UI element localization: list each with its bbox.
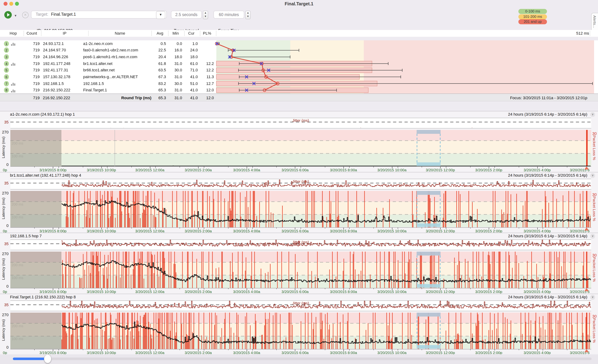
axis-tick xyxy=(373,349,374,350)
latency-plot[interactable]: 200 ms100 ms xyxy=(10,313,591,349)
axis-label: 3/20/2015 2:00a xyxy=(177,168,220,172)
focus-selection-top-handle[interactable] xyxy=(416,252,441,256)
target-dropdown-button[interactable]: ▼ xyxy=(156,11,165,19)
latency-plot[interactable]: 200 ms100 ms xyxy=(10,252,591,288)
focus-selection-top-handle[interactable] xyxy=(416,313,441,316)
focus-selection-right-edge[interactable] xyxy=(440,195,441,223)
trace-interval-stepper[interactable]: ▲▼ xyxy=(203,11,208,19)
latency-axis-label: Latency (ms) xyxy=(1,133,5,162)
focus-selection-bottom-handle[interactable] xyxy=(416,162,441,166)
axis-label-partial-left: 0p xyxy=(3,229,7,233)
jitter-strip[interactable]: Jitter (ms) xyxy=(10,300,591,311)
axis-tick xyxy=(180,288,180,289)
packet-loss-event xyxy=(586,130,588,166)
timeline-section-hop4: br1.tco1.alter.net (192.41.177.248) hop … xyxy=(0,172,598,233)
column-header-count[interactable]: Count xyxy=(17,31,46,35)
axis-label: 3/20/2015 8:00a xyxy=(322,168,365,172)
axis-label: 3/20/2015 4:00p xyxy=(516,229,558,233)
jitter-title: Jitter (ms) xyxy=(10,240,591,244)
axis-tick xyxy=(228,167,228,167)
axis-label: 3/20/2015 10:00a xyxy=(370,229,413,233)
axis-tick xyxy=(325,349,325,350)
focus-selection-left-edge[interactable] xyxy=(416,134,417,162)
timeline-range-label: 24 hours (3/19/2015 6:14p - 3/20/2015 6:… xyxy=(508,295,587,299)
axis-label: 3/20/2015 2:00a xyxy=(177,350,220,355)
target-input-value[interactable]: Final.Target.1 xyxy=(51,12,76,17)
timeline-options-chevron-icon[interactable]: ∨ xyxy=(590,234,595,239)
legend-pill-1[interactable]: 101-200 ms xyxy=(518,14,547,19)
axis-label: 3/20/2015 4:00a xyxy=(225,290,268,294)
latency-plot[interactable]: 200 ms100 ms xyxy=(10,130,591,166)
timeline-range-label: 24 hours (3/19/2015 6:14p - 3/20/2015 6:… xyxy=(508,112,587,116)
axis-tick xyxy=(228,228,228,228)
packet-loss-axis-label: Packet Loss % xyxy=(592,315,597,346)
axis-tick xyxy=(373,288,374,289)
axis-tick xyxy=(519,288,519,289)
focus-selection-bottom-handle[interactable] xyxy=(416,345,441,348)
axis-tick xyxy=(567,228,567,228)
column-header-name[interactable]: Name xyxy=(106,31,134,35)
stop-trace-button[interactable]: ✕ xyxy=(22,12,29,18)
slider-knob[interactable] xyxy=(44,354,51,363)
axis-tick xyxy=(34,167,35,167)
focus-selection-top-handle[interactable] xyxy=(416,130,441,134)
axis-tick xyxy=(83,167,83,167)
latency-line xyxy=(61,322,590,344)
timeline-range-label: 24 hours (3/19/2015 6:14p - 3/20/2015 6:… xyxy=(508,234,587,238)
axis-tick xyxy=(34,288,35,289)
start-trace-button[interactable] xyxy=(4,11,12,18)
alerts-tab-label: Alerts... xyxy=(593,15,597,28)
jitter-title: Jitter (ms) xyxy=(10,179,591,183)
focus-selection-top-handle[interactable] xyxy=(416,191,441,195)
timeline-options-chevron-icon[interactable]: ∨ xyxy=(590,173,595,178)
timeline-options-chevron-icon[interactable]: ∨ xyxy=(590,295,595,300)
jitter-strip[interactable]: Jitter (ms) xyxy=(10,179,591,189)
focus-selection-left-edge[interactable] xyxy=(416,256,417,284)
focus-selection-bottom-handle[interactable] xyxy=(416,284,441,288)
trace-graph[interactable] xyxy=(0,40,598,93)
timeline-title: 192.168.1.5 hop 7 xyxy=(10,234,42,238)
round-trip-row: 719 216.92.150.222 Round Trip (ms) 65.3 … xyxy=(0,93,598,101)
axis-label: 3/20/2015 2:00p xyxy=(467,350,510,355)
focus-selection-right-edge[interactable] xyxy=(440,316,441,345)
axis-tick xyxy=(83,288,83,289)
axis-tick xyxy=(519,228,519,228)
axis-tick xyxy=(325,167,325,167)
axis-label: 3/19/2015 10:00p xyxy=(80,168,123,172)
jitter-strip[interactable]: Jitter (ms) xyxy=(10,240,591,250)
focus-selection-right-edge[interactable] xyxy=(440,134,441,162)
axis-tick xyxy=(131,228,132,228)
axis-tick xyxy=(276,167,277,167)
column-header-ip[interactable]: IP xyxy=(50,31,79,35)
header-divider xyxy=(216,31,216,36)
slider-track[interactable] xyxy=(13,357,592,360)
trace-menu-chevron-icon[interactable]: ▾ xyxy=(15,14,17,17)
axis-label-partial-left: 0p xyxy=(3,290,7,294)
axis-tick xyxy=(373,228,374,228)
column-header-pl[interactable]: PL% xyxy=(193,31,221,35)
axis-tick xyxy=(519,167,519,167)
focus-selection-bottom-handle[interactable] xyxy=(416,223,441,227)
axis-label: 3/20/2015 4:00p xyxy=(516,168,558,172)
window-title: Final.Target.1 xyxy=(0,1,598,6)
trace-interval-input[interactable]: 2.5 seconds xyxy=(171,11,202,18)
axis-tick xyxy=(422,167,422,167)
jitter-strip[interactable]: Jitter (ms) xyxy=(10,118,591,128)
axis-label: 3/20/2015 4:00a xyxy=(225,229,268,233)
focus-time-input[interactable]: 60 minutes xyxy=(214,11,244,18)
focus-selection-right-edge[interactable] xyxy=(440,256,441,284)
hop-table: 171924.93.172.1a1-2c.neo.rr.com0.50.01.0… xyxy=(0,40,598,93)
legend-pill-2[interactable]: 201 and up xyxy=(518,19,547,24)
axis-label: 3/20/2015 8:00a xyxy=(322,229,365,233)
axis-tick xyxy=(228,349,228,350)
focus-selection-left-edge[interactable] xyxy=(416,195,417,223)
focus-time-stepper[interactable]: ▲▼ xyxy=(245,11,251,19)
focus-selection-left-edge[interactable] xyxy=(416,316,417,345)
latency-plot[interactable]: 200 ms100 ms xyxy=(10,191,591,227)
legend-pill-0[interactable]: 0-100 ms xyxy=(518,9,547,14)
axis-label: 3/20/2015 6:00a xyxy=(274,350,316,355)
axis-label: 3/20/2015 10:00a xyxy=(370,168,413,172)
timeline-options-chevron-icon[interactable]: ∨ xyxy=(590,112,595,117)
timeline-title: br1.tco1.alter.net (192.41.177.248) hop … xyxy=(10,173,81,177)
time-axis: 3/19/2015 8:00p3/19/2015 10:00p3/20/2015… xyxy=(0,288,590,294)
